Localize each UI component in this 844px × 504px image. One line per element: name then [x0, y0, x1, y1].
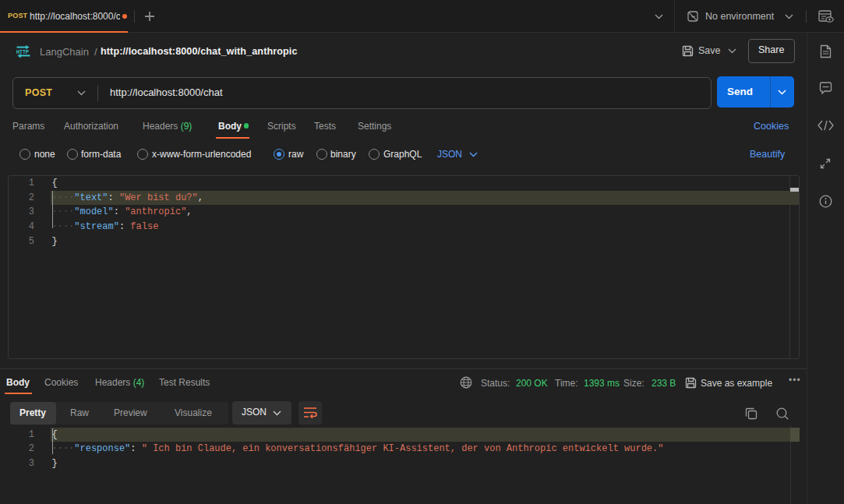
svg-text:HTTP: HTTP — [16, 48, 30, 55]
